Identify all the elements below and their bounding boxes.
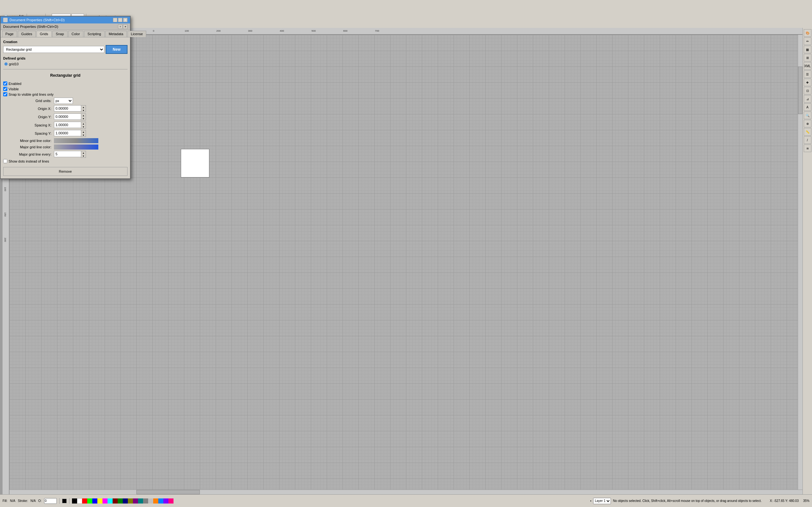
spacing-x-up[interactable]: ▲ [81,122,86,125]
align-icon[interactable]: ⊡ [804,87,811,95]
major-every-input[interactable] [54,151,81,157]
spacing-x-row: Spacing X: ▲ ▼ [3,122,128,129]
color-teal[interactable] [138,498,143,504]
color-rose[interactable] [168,498,173,504]
dialog-tabs: Page Guides Grids Snap Color Scripting M… [1,30,130,38]
scrollbar-thumb-h[interactable] [136,490,200,494]
remove-button[interactable]: Remove [3,167,128,176]
grid-type-select[interactable]: Rectangular grid [3,46,104,53]
major-color-bar[interactable] [54,145,98,150]
spacing-y-input[interactable] [54,130,81,136]
major-every-down[interactable]: ▼ [81,154,86,158]
scrollbar-thumb-v[interactable] [798,66,803,114]
gradient-icon[interactable]: ▦ [804,46,811,53]
visible-checkbox[interactable] [3,87,7,91]
maximize-button[interactable]: □ [118,18,122,22]
grid-item[interactable]: grid10 [3,61,128,66]
measure-icon[interactable]: 📏 [804,128,811,135]
tab-grids[interactable]: Grids [37,31,52,37]
color-skyblue[interactable] [158,498,163,504]
current-color[interactable] [62,499,67,503]
show-dots-row: Show dots instead of lines [3,159,128,163]
scrollbar-horizontal[interactable] [9,490,803,494]
stroke-icon[interactable]: ✏ [804,38,811,45]
color-white[interactable] [77,498,82,504]
color-magenta[interactable] [102,498,107,504]
grid-units-row: Grid units: px mm cm [3,98,128,104]
spacing-y-row: Spacing Y: ▲ ▼ [3,130,128,137]
color-blue[interactable] [92,498,97,504]
tab-guides[interactable]: Guides [18,31,36,37]
snap-checkbox[interactable] [3,92,7,96]
right-sidebar: 🎨 ✏ ▦ ⊞ XML ☰ ❖ ⊡ ⊿ A 🔍 ⊕ 📏 / ≋ [803,28,812,494]
close-button[interactable]: ✕ [123,18,128,22]
color-lime[interactable] [87,498,92,504]
minimize-button[interactable]: _ [113,18,117,22]
path-effects-icon[interactable]: / [804,136,811,144]
grid-color-indicator [4,62,8,66]
svg-text:200: 200 [4,238,7,242]
color-fill-icon[interactable]: 🎨 [804,29,811,37]
objects-icon[interactable]: ☰ [804,70,811,78]
defined-grids-section: Defined grids grid10 [3,56,128,66]
color-purple[interactable] [133,498,138,504]
inner-help-button[interactable]: ? [118,24,122,29]
spacing-y-down[interactable]: ▼ [81,133,86,136]
pattern-icon[interactable]: ⊞ [804,54,811,61]
origin-x-up[interactable]: ▲ [81,106,86,109]
color-olive[interactable] [128,498,133,504]
svg-rect-26 [54,145,98,150]
layer-select[interactable]: Layer 1 [593,498,611,504]
color-red[interactable] [82,498,87,504]
show-dots-label: Show dots instead of lines [9,159,49,163]
major-every-row: Major grid line every: ▲ ▼ [3,151,128,158]
tab-license[interactable]: License [128,31,147,37]
spacing-x-input[interactable] [54,122,81,128]
show-dots-checkbox[interactable] [3,159,7,163]
color-black[interactable] [72,498,77,504]
transform-icon[interactable]: ⊿ [804,95,811,103]
filters-icon[interactable]: ≋ [804,145,811,152]
xml-editor-icon[interactable]: XML [804,62,811,70]
color-silver[interactable] [148,498,153,504]
color-violet[interactable] [163,498,168,504]
defined-grids-label: Defined grids [3,56,128,60]
major-every-up[interactable]: ▲ [81,151,86,154]
enabled-checkbox[interactable] [3,81,7,86]
color-gray[interactable] [143,498,148,504]
tab-color[interactable]: Color [68,31,84,37]
minor-color-bar[interactable] [54,138,98,143]
origin-x-input[interactable] [54,105,81,112]
zoom-icon[interactable]: ⊕ [804,120,811,127]
inner-close-button[interactable]: ✕ [123,24,128,29]
grid-units-select[interactable]: px mm cm [54,98,73,104]
snap-label: Snap to visible grid lines only [9,93,54,96]
color-navy[interactable] [123,498,128,504]
symbols-icon[interactable]: ❖ [804,78,811,86]
color-cyan[interactable] [107,498,113,504]
tab-metadata[interactable]: Metadata [105,31,127,37]
opacity-input[interactable] [44,498,57,504]
origin-x-down[interactable]: ▼ [81,109,86,112]
color-maroon[interactable] [113,498,118,504]
spacing-y-up[interactable]: ▲ [81,130,86,133]
spacing-x-down[interactable]: ▼ [81,125,86,128]
origin-y-down[interactable]: ▼ [81,117,86,120]
scrollbar-vertical[interactable] [798,35,803,490]
tab-snap[interactable]: Snap [52,31,67,37]
color-green[interactable] [118,498,123,504]
color-yellow[interactable] [97,498,102,504]
creation-row: Rectangular grid New [3,45,128,54]
text-format-icon[interactable]: A [804,103,811,111]
origin-y-input[interactable] [54,113,81,120]
major-every-spinbtns: ▲ ▼ [81,151,86,158]
origin-y-up[interactable]: ▲ [81,114,86,117]
find-icon[interactable]: 🔍 [804,112,811,119]
fill-value: N/A [10,499,15,503]
tab-page[interactable]: Page [2,31,17,37]
tab-scripting[interactable]: Scripting [84,31,105,37]
new-grid-button[interactable]: New [106,45,128,54]
color-orange[interactable] [153,498,158,504]
dialog-content: Creation Rectangular grid New Defined gr… [1,38,130,178]
origin-x-spinner: ▲ ▼ [54,105,86,112]
